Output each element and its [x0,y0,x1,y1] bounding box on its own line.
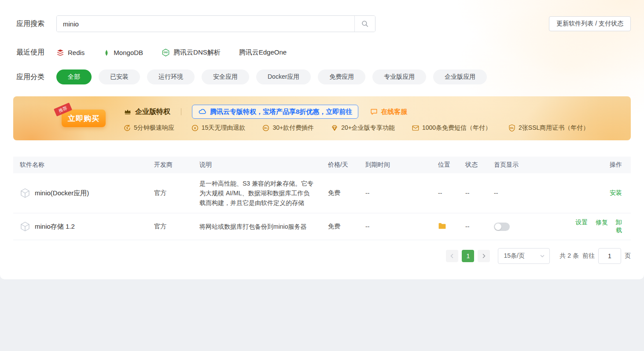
search-icon [361,20,369,28]
software-name: minio存储 1.2 [35,223,75,231]
redis-icon [56,49,64,57]
buy-now-button[interactable]: 推荐 立即购买 [62,110,106,127]
package-cube-icon [20,221,30,232]
category-label: 应用分类 [13,73,56,82]
software-price: 免费 [321,213,359,240]
header-index-show: 首页显示 [487,157,562,173]
speed-icon [123,124,131,132]
search-group [56,15,375,32]
software-description: 将网站或数据库打包备份到minio服务器 [193,213,321,240]
table-header-row: 软件名称 开发商 说明 价格/天 到期时间 位置 状态 首页显示 操作 [13,157,631,173]
software-name: minio(Docker应用) [35,189,89,197]
buy-now-label: 立即购买 [68,114,99,123]
header-software-name: 软件名称 [13,157,147,173]
goto-label: 前往 [582,252,595,260]
category-all[interactable]: 全部 [56,69,92,84]
software-status: -- [459,213,487,240]
banner-features: 5分钟极速响应 ¥ 15天无理由退款 30+ [123,124,624,132]
dns-icon-text: DNS [164,51,168,54]
recent-app-label: MongoDB [114,49,143,56]
plugins-badge-text: 30+ [264,127,268,129]
recent-used-row: 最近使用 Redis [13,48,631,57]
update-software-list-button[interactable]: 更新软件列表 / 支付状态 [549,16,631,31]
online-service-label: 在线客服 [381,108,407,116]
software-expire: -- [359,173,431,213]
search-button[interactable] [354,16,375,32]
category-pro[interactable]: 专业版应用 [372,69,426,84]
software-description: 是一种高性能、S3 兼容的对象存储。它专为大规模 AI/ML、数据湖和数据库工作… [193,173,321,213]
category-free[interactable]: 免费应用 [318,69,365,84]
uninstall-link[interactable]: 卸载 [616,219,622,234]
recent-app-mongodb[interactable]: MongoDB [103,49,143,57]
software-table: 软件名称 开发商 说明 价格/天 到期时间 位置 状态 首页显示 操作 [13,157,631,240]
enterprise-privilege: 企业版特权 [123,107,170,117]
software-index-show: -- [487,173,562,213]
mongodb-icon [103,49,110,57]
feature-enterprise-functions: 20+企业版专享功能 [331,124,395,132]
feature-fast-response: 5分钟极速响应 [123,124,174,132]
install-link[interactable]: 安装 [610,189,622,196]
software-developer: 官方 [147,213,193,240]
category-runtime[interactable]: 运行环境 [147,69,195,84]
divider [181,108,181,115]
chevron-left-icon [449,253,455,259]
feature-ssl-certs: SSL 2张SSL商用证书（年付） [508,124,589,132]
prev-page-button[interactable] [446,250,458,262]
feature-refund: ¥ 15天无理由退款 [191,124,246,132]
chat-icon [370,108,378,116]
yuan-glyph: ¥ [194,126,196,130]
goto-page-input[interactable] [598,248,621,264]
page-number-current[interactable]: 1 [462,250,474,262]
plugins-badge-icon: 30+ [262,124,270,132]
header-status: 状态 [459,157,487,173]
header-location: 位置 [431,157,459,173]
app-store-panel: 应用搜索 更新软件列表 / 支付状态 最近使用 [0,0,644,279]
category-row: 应用分类 全部 已安装 运行环境 安全应用 Docker应用 免费应用 专业版应… [13,69,631,84]
search-input[interactable] [57,16,354,32]
recent-label: 最近使用 [13,48,56,57]
folder-icon[interactable] [438,223,446,230]
settings-link[interactable]: 设置 [575,219,588,226]
software-location: -- [431,173,459,213]
index-show-toggle[interactable] [494,223,510,231]
page-size-select[interactable]: 15条/页 [498,248,550,264]
online-service-link[interactable]: 在线客服 [370,108,407,116]
chevron-down-icon [540,253,545,259]
search-label: 应用搜索 [13,19,56,29]
crown-icon [123,107,132,116]
feature-free-sms: 1000条免费短信（年付） [412,124,491,132]
recent-app-redis[interactable]: Redis [56,49,85,57]
tencent-special-link[interactable]: 腾讯云专版特权，宝塔产品享8折优惠，立即前往 [192,105,358,119]
promo-banner: 推荐 立即购买 企业版特权 [13,96,631,140]
recent-items: Redis MongoDB DNS 腾讯云DNS解析 [56,48,287,57]
header-developer: 开发商 [147,157,193,173]
recent-app-label: Redis [68,49,85,56]
next-page-button[interactable] [478,250,490,262]
header-price: 价格/天 [321,157,359,173]
repair-link[interactable]: 修复 [596,219,608,226]
page-size-value: 15条/页 [504,252,524,260]
pagination: 1 15条/页 共 2 条 前往 页 [13,248,631,264]
category-enterprise[interactable]: 企业版应用 [433,69,487,84]
table-row-minio-docker: minio(Docker应用) 官方 是一种高性能、S3 兼容的对象存储。它专为… [13,173,631,213]
software-status: -- [459,173,487,213]
page-suffix: 页 [625,252,631,260]
software-expire: -- [359,213,431,240]
package-cube-icon [20,188,30,198]
dns-icon: DNS [162,48,170,57]
category-security[interactable]: 安全应用 [202,69,249,84]
feature-paid-plugins: 30+ 30+款付费插件 [262,124,314,132]
category-buttons: 全部 已安装 运行环境 安全应用 Docker应用 免费应用 专业版应用 企业版… [56,69,487,84]
recent-app-label: 腾讯云EdgeOne [239,48,287,57]
mail-icon [412,124,420,132]
enterprise-privilege-label: 企业版特权 [135,107,170,117]
category-installed[interactable]: 已安装 [99,69,140,84]
recent-app-dns[interactable]: DNS 腾讯云DNS解析 [162,48,221,57]
toggle-knob [495,223,501,230]
ssl-badge-icon: SSL [508,124,516,132]
table-row-minio-storage: minio存储 1.2 官方 将网站或数据库打包备份到minio服务器 免费 -… [13,213,631,240]
recent-app-edgeone[interactable]: 腾讯云EdgeOne [239,48,287,57]
software-developer: 官方 [147,173,193,213]
category-docker[interactable]: Docker应用 [256,69,311,84]
recent-app-label: 腾讯云DNS解析 [173,48,221,57]
